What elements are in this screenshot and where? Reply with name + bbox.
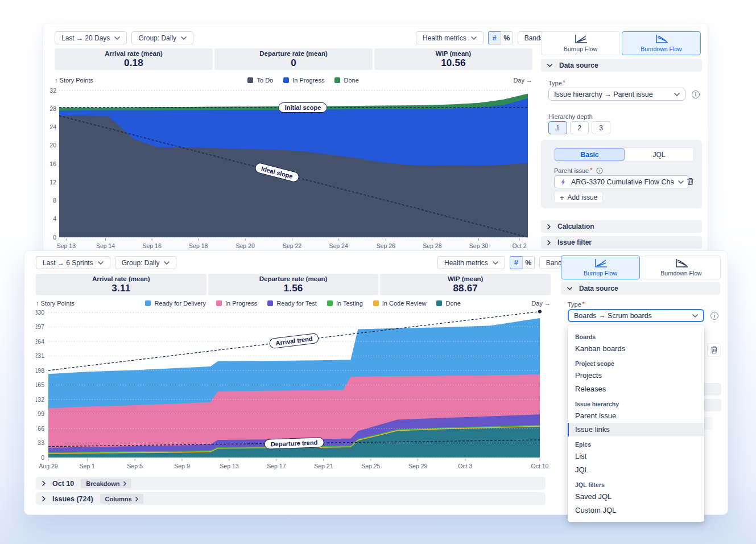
health-metrics-dropdown[interactable]: Health metrics [416,31,484,44]
metric-value: 0.18 [124,57,143,69]
section-issue-filter[interactable]: Issue filter [541,236,702,249]
dropdown-option-kanban-boards[interactable]: Kanban boards [568,342,704,356]
chevron-down-icon [567,287,572,290]
tab-label: Burnup Flow [584,270,617,277]
section-data-source[interactable]: Data source [541,59,702,72]
unit-percent-button[interactable]: % [501,31,513,44]
legend-swatch [373,300,379,306]
legend-item[interactable]: Ready for Test [267,300,317,307]
metric-value: 88.67 [453,283,478,294]
svg-text:99: 99 [38,410,44,417]
metric-label: Departure rate (mean) [259,275,328,282]
metric-label: Arrival rate (mean) [105,50,163,57]
tab-burnup-flow[interactable]: Burnup Flow [541,31,620,55]
type-field-label: Type* [548,80,565,86]
svg-text:Sep 22: Sep 22 [283,242,301,249]
metric-wip: WIP (mean) 10.56 [374,48,532,70]
depth-option-3[interactable]: 3 [592,121,610,134]
svg-text:16: 16 [49,160,56,167]
chevron-down-icon [547,64,552,67]
required-asterisk: * [563,80,565,86]
group-by-dropdown[interactable]: Group: Daily [131,31,193,44]
legend-item[interactable]: Done [334,77,358,84]
svg-text:Sep 1: Sep 1 [80,463,96,469]
info-icon[interactable]: i [710,312,718,320]
type-select-value: Boards → Scrum boards [574,312,688,320]
tab-basic[interactable]: Basic [555,148,625,161]
info-icon[interactable]: i [596,167,603,174]
dropdown-option-parent-issue[interactable]: Parent issue [568,409,704,423]
columns-badge[interactable]: Columns [100,494,143,504]
bottom-toolbar-left: Last → 6 Sprints Group: Daily [36,256,176,269]
health-metrics-label: Health metrics [423,34,466,42]
legend-item[interactable]: In Testing [327,300,363,307]
metric-departure-rate: Departure rate (mean) 1.56 [208,274,379,295]
svg-text:28: 28 [49,105,56,112]
tab-burndown-flow[interactable]: Burndown Flow [642,255,721,279]
required-asterisk: * [590,167,592,174]
breakdown-row[interactable]: Oct 10 Breakdown [36,477,546,490]
legend-label: Ready for Test [276,300,317,307]
type-select-open[interactable]: Boards → Scrum boards [568,309,704,322]
chevron-down-icon [114,36,120,40]
dropdown-option-issue-links[interactable]: Issue links [568,423,704,436]
depth-option-1[interactable]: 1 [548,121,567,134]
svg-text:231: 231 [36,352,44,359]
date-range-dropdown[interactable]: Last → 6 Sprints [36,256,110,269]
info-icon[interactable]: i [692,90,700,98]
legend-item[interactable]: In Progress [216,300,257,307]
group-by-dropdown[interactable]: Group: Daily [115,256,177,269]
legend-swatch [327,300,333,306]
add-issue-button[interactable]: + Add issue [554,192,603,203]
section-data-source[interactable]: Data source [561,282,720,295]
depth-option-2[interactable]: 2 [570,121,589,134]
dropdown-option-custom-jql[interactable]: Custom JQL [568,504,704,517]
unit-number-button[interactable]: # [510,256,522,269]
legend-label: In Progress [225,300,257,307]
legend-item[interactable]: Done [436,300,460,307]
svg-text:66: 66 [38,425,44,432]
delete-issue-button[interactable] [684,175,696,188]
svg-text:12: 12 [49,179,56,186]
unit-number-button[interactable]: # [488,31,501,44]
tab-burnup-flow[interactable]: Burnup Flow [561,255,640,279]
type-select[interactable]: Issue hierarchy → Parent issue [548,88,685,101]
breakdown-badge[interactable]: Breakdown [81,479,131,488]
delete-source-button[interactable] [707,343,721,357]
svg-text:0: 0 [41,454,44,461]
health-metrics-dropdown[interactable]: Health metrics [437,256,505,269]
top-toolbar-left: Last → 20 Days Group: Daily [55,31,193,44]
dropdown-option-projects[interactable]: Projects [568,369,704,382]
unit-percent-button[interactable]: % [522,256,535,269]
cumulative-flow-chart-burnup: 0336699132165198231264297330Aug 29Sep 1S… [36,308,551,473]
top-chart-header: ↑ Story Points To DoIn ProgressDone Day … [55,77,532,84]
metric-label: WIP (mean) [448,275,483,282]
legend-item[interactable]: Ready for Delivery [145,300,205,307]
parent-issue-select[interactable]: ARG-3370 Cumulative Flow Charts (ba [554,175,689,188]
svg-text:Sep 24: Sep 24 [329,242,348,249]
required-asterisk: * [583,301,585,307]
legend-item[interactable]: In Code Review [373,300,427,307]
issues-count-label: Issues (724) [52,495,93,503]
date-range-dropdown[interactable]: Last → 20 Days [55,31,127,44]
issues-row[interactable]: Issues (724) Columns [36,492,546,505]
legend-swatch [247,77,253,83]
legend-item[interactable]: In Progress [283,77,324,84]
dropdown-option-releases[interactable]: Releases [568,382,704,396]
dropdown-option-saved-jql[interactable]: Saved JQL [568,490,704,504]
metric-value: 0 [291,57,296,69]
date-range-label: Last → 20 Days [61,34,110,42]
tab-label: Burndown Flow [641,46,681,52]
burnup-chart-icon [593,258,608,268]
section-calculation[interactable]: Calculation [541,220,702,233]
legend-swatch [436,300,442,306]
type-field-label: Type* [568,301,585,308]
dropdown-option-list[interactable]: List [568,450,704,463]
dropdown-option-jql[interactable]: JQL [568,463,704,477]
add-issue-label: Add issue [568,193,598,201]
metric-value: 10.56 [441,57,466,69]
legend-item[interactable]: To Do [247,77,273,84]
tab-jql[interactable]: JQL [625,148,693,161]
tab-burndown-flow[interactable]: Burndown Flow [622,31,701,55]
svg-text:33: 33 [38,439,44,446]
